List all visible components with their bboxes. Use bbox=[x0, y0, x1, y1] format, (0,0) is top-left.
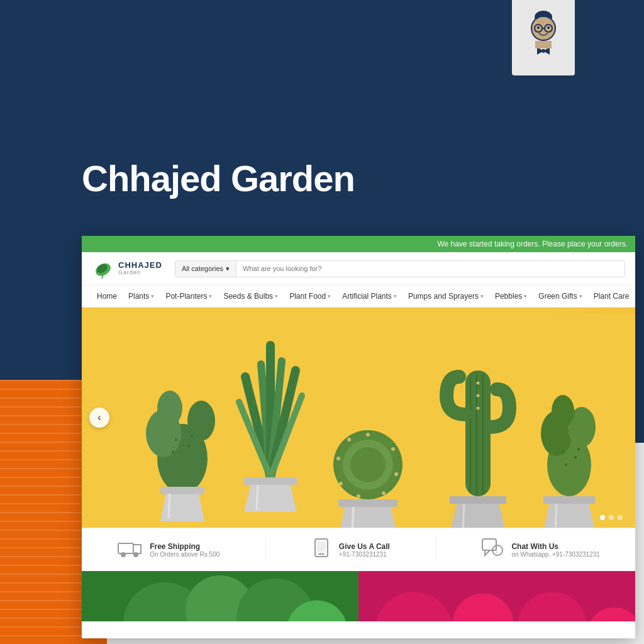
svg-marker-82 bbox=[485, 550, 490, 555]
thumb-item-1[interactable] bbox=[82, 571, 358, 621]
avatar-figure bbox=[521, 8, 565, 67]
svg-point-76 bbox=[121, 552, 126, 557]
search-category-dropdown[interactable]: All categories ▾ bbox=[175, 261, 236, 277]
hero-slider: ‹ bbox=[82, 308, 635, 528]
slider-dot-1[interactable] bbox=[600, 515, 605, 520]
info-title-call: Give Us A Call bbox=[339, 542, 390, 551]
truck-icon bbox=[117, 538, 142, 562]
site-nav: Home Plants ▾ Pot-Planters ▾ Seeds & Bul… bbox=[82, 286, 635, 308]
nav-item-seeds-bulbs[interactable]: Seeds & Bulbs ▾ bbox=[218, 286, 283, 307]
svg-line-62 bbox=[463, 504, 464, 528]
hero-plants-svg bbox=[82, 314, 635, 528]
nav-item-green-gifts[interactable]: Green Gifts ▾ bbox=[533, 286, 587, 307]
logo-text: CHHAJED Garden bbox=[118, 261, 162, 276]
nav-item-pot-planters[interactable]: Pot-Planters ▾ bbox=[160, 286, 217, 307]
website-mockup: We have started taking orders. Please pl… bbox=[82, 236, 635, 638]
svg-rect-81 bbox=[482, 539, 496, 550]
thumb-strip bbox=[82, 571, 635, 621]
announcement-bar: We have started taking orders. Please pl… bbox=[82, 236, 635, 252]
svg-point-68 bbox=[574, 456, 577, 458]
svg-rect-26 bbox=[160, 487, 204, 494]
seeds-bulbs-chevron-icon: ▾ bbox=[275, 293, 278, 299]
nav-label-plant-food: Plant Food bbox=[289, 292, 326, 301]
slider-dot-3[interactable] bbox=[618, 515, 623, 520]
svg-marker-75 bbox=[133, 545, 141, 553]
svg-rect-61 bbox=[450, 496, 506, 504]
pot-planters-chevron-icon: ▾ bbox=[209, 293, 212, 299]
svg-rect-12 bbox=[535, 41, 552, 48]
svg-point-58 bbox=[477, 394, 480, 397]
svg-point-70 bbox=[577, 448, 580, 450]
info-divider-2 bbox=[435, 537, 436, 562]
site-header: CHHAJED Garden All categories ▾ bbox=[82, 252, 635, 286]
pebbles-chevron-icon: ▾ bbox=[524, 293, 527, 299]
svg-point-66 bbox=[552, 395, 574, 428]
nav-item-pumps-sprayers[interactable]: Pumps and Sprayers ▾ bbox=[403, 286, 489, 307]
green-gifts-chevron-icon: ▾ bbox=[579, 293, 582, 299]
info-bar: Free Shipping On Orders above Rs.500 Giv… bbox=[82, 528, 635, 571]
svg-point-67 bbox=[562, 451, 564, 453]
info-item-shipping: Free Shipping On Orders above Rs.500 bbox=[117, 538, 219, 562]
svg-rect-72 bbox=[543, 496, 595, 504]
nav-item-plants[interactable]: Plants ▾ bbox=[123, 286, 159, 307]
svg-point-22 bbox=[187, 445, 190, 447]
logo-area: CHHAJED Garden bbox=[92, 257, 167, 280]
nav-label-green-gifts: Green Gifts bbox=[538, 292, 577, 301]
search-input[interactable] bbox=[236, 261, 625, 277]
info-desc-chat: on Whatsapp. +91-7303231231 bbox=[511, 551, 599, 558]
svg-line-37 bbox=[257, 485, 258, 510]
info-title-chat: Chat With Us bbox=[511, 542, 599, 551]
svg-text:!: ! bbox=[496, 547, 497, 554]
nav-item-pebbles[interactable]: Pebbles ▾ bbox=[490, 286, 532, 307]
nav-label-pumps-sprayers: Pumps and Sprayers bbox=[408, 292, 479, 301]
nav-label-plants: Plants bbox=[128, 292, 149, 301]
svg-point-43 bbox=[391, 447, 395, 451]
artificial-plants-chevron-icon: ▾ bbox=[394, 293, 397, 299]
nav-label-pebbles: Pebbles bbox=[495, 292, 522, 301]
nav-label-pot-planters: Pot-Planters bbox=[165, 292, 207, 301]
search-area[interactable]: All categories ▾ bbox=[175, 260, 625, 277]
svg-point-47 bbox=[339, 482, 343, 486]
svg-point-77 bbox=[133, 552, 138, 557]
svg-line-52 bbox=[352, 507, 353, 528]
svg-line-73 bbox=[555, 504, 557, 528]
svg-line-27 bbox=[169, 493, 170, 518]
info-title-shipping: Free Shipping bbox=[150, 542, 219, 551]
svg-point-20 bbox=[157, 391, 182, 426]
nav-item-plant-food[interactable]: Plant Food ▾ bbox=[284, 286, 336, 307]
logo-leaf-icon bbox=[92, 257, 114, 280]
nav-item-plant-care[interactable]: Plant Care bbox=[589, 286, 635, 307]
info-desc-shipping: On Orders above Rs.500 bbox=[150, 551, 219, 558]
thumb-item-2[interactable] bbox=[358, 571, 635, 621]
info-item-call: Give Us A Call +91-7303231231 bbox=[311, 538, 390, 562]
logo-sub: Garden bbox=[118, 270, 162, 276]
svg-point-49 bbox=[347, 438, 351, 441]
info-text-shipping: Free Shipping On Orders above Rs.500 bbox=[150, 542, 219, 558]
search-category-label: All categories bbox=[182, 265, 223, 272]
info-text-call: Give Us A Call +91-7303231231 bbox=[339, 542, 390, 558]
svg-point-8 bbox=[547, 26, 550, 29]
svg-point-44 bbox=[394, 472, 398, 476]
nav-item-home[interactable]: Home bbox=[92, 286, 122, 307]
nav-item-artificial-plants[interactable]: Artificial Plants ▾ bbox=[337, 286, 402, 307]
info-item-chat: ! Chat With Us on Whatsapp. +91-73032312… bbox=[481, 538, 599, 562]
plants-chevron-icon: ▾ bbox=[151, 293, 154, 299]
logo-brand: CHHAJED bbox=[118, 261, 162, 270]
svg-rect-36 bbox=[244, 477, 297, 485]
avatar-box bbox=[512, 0, 575, 75]
svg-point-7 bbox=[537, 26, 540, 29]
phone-icon bbox=[311, 538, 331, 562]
svg-point-41 bbox=[350, 447, 386, 482]
info-divider-1 bbox=[265, 537, 266, 562]
svg-point-69 bbox=[565, 464, 567, 466]
info-desc-call: +91-7303231231 bbox=[339, 551, 390, 558]
svg-point-23 bbox=[172, 451, 174, 453]
svg-point-48 bbox=[336, 457, 340, 460]
svg-rect-53 bbox=[465, 370, 491, 496]
svg-point-59 bbox=[477, 407, 480, 410]
info-text-chat: Chat With Us on Whatsapp. +91-7303231231 bbox=[511, 542, 599, 558]
slider-prev-button[interactable]: ‹ bbox=[89, 408, 109, 428]
nav-label-home: Home bbox=[97, 292, 117, 301]
slider-dot-2[interactable] bbox=[609, 515, 614, 520]
svg-point-45 bbox=[382, 491, 386, 495]
